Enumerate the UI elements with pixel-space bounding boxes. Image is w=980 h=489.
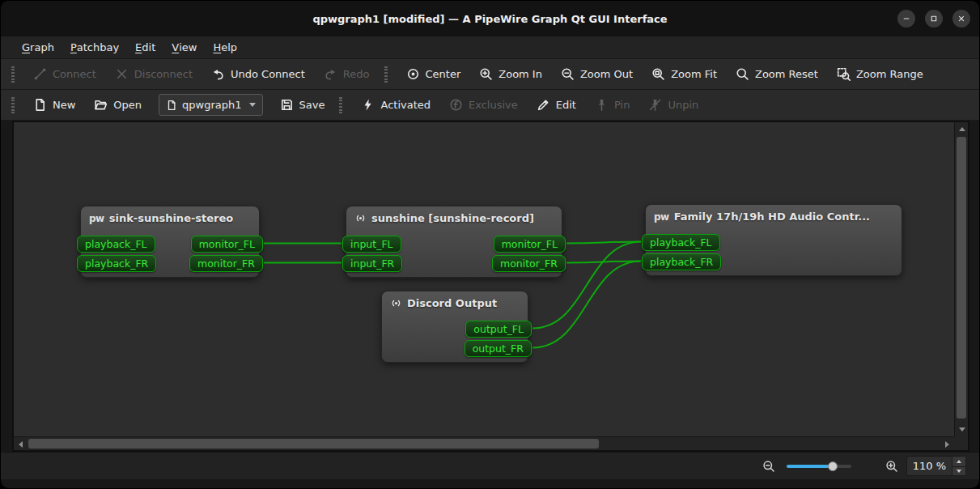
scroll-right-button[interactable] (940, 437, 954, 451)
menu-graph[interactable]: Graph (14, 36, 62, 58)
spin-buttons (952, 457, 965, 475)
port-monitor-fl[interactable]: monitor_FL (494, 236, 566, 253)
edit-pencil-icon (537, 98, 550, 112)
center-button[interactable]: Center (398, 63, 469, 86)
zoom-in-icon (479, 67, 493, 81)
port-playback-fr[interactable]: playback_FR (77, 255, 156, 272)
button-label: Undo Connect (231, 68, 305, 80)
pin-button[interactable]: Pin (587, 94, 638, 117)
zoom-fit-icon (651, 67, 665, 81)
connect-icon (33, 67, 47, 81)
button-label: Disconnect (134, 68, 193, 80)
vertical-scrollbar[interactable] (954, 122, 968, 436)
status-bar: 110 % (1, 452, 979, 479)
graph-canvas[interactable]: pwsink-sunshine-stereoplayback_FLplaybac… (14, 122, 954, 436)
undo-icon (211, 67, 225, 81)
disconnect-icon (115, 67, 129, 81)
node-family-17h-19h-hd-audio-contr[interactable]: pwFamily 17h/19h HD Audio Contr...playba… (645, 204, 902, 276)
center-icon (406, 67, 420, 81)
undo-connect-button[interactable]: Undo Connect (203, 63, 313, 86)
minimize-button[interactable] (897, 10, 915, 28)
node-sunshine-sunshine-record[interactable]: sunshine [sunshine-record]input_FLinput_… (346, 206, 562, 278)
port-output-fl[interactable]: output_FL (465, 321, 532, 338)
zoom-in-button[interactable]: Zoom In (471, 63, 550, 86)
save-button[interactable]: Save (272, 94, 333, 117)
horizontal-scroll-thumb[interactable] (28, 439, 599, 449)
pin-icon (595, 98, 609, 112)
node-title: Discord Output (407, 297, 497, 309)
exclusive-icon (449, 98, 463, 112)
edit-button[interactable]: Edit (528, 94, 584, 117)
port-input-fr[interactable]: input_FR (342, 255, 402, 272)
port-monitor-fr[interactable]: monitor_FR (189, 255, 263, 272)
scroll-up-button[interactable] (955, 122, 969, 136)
scrollbar-corner (954, 436, 968, 450)
zoom-spinbox[interactable]: 110 % (906, 456, 966, 476)
port-playback-fr[interactable]: playback_FR (642, 253, 721, 270)
node-title: Family 17h/19h HD Audio Contr... (674, 210, 870, 223)
down-arrow-icon (959, 427, 965, 432)
menu-help[interactable]: Help (205, 36, 245, 58)
toolbar-handle[interactable] (339, 97, 342, 113)
button-label: Zoom Reset (755, 68, 818, 80)
button-label: Save (299, 99, 325, 111)
button-label: Activated (380, 99, 431, 111)
scroll-left-button[interactable] (14, 437, 28, 451)
zoom-decrement-button[interactable] (952, 466, 965, 476)
pipewire-icon: pw (654, 212, 669, 222)
zoom-reset-icon (736, 67, 749, 81)
connect-button[interactable]: Connect (25, 63, 104, 86)
zoom-slider[interactable] (787, 460, 851, 473)
pipewire-icon: pw (89, 214, 104, 223)
close-icon (957, 14, 966, 23)
toolbar-handle[interactable] (384, 66, 388, 83)
zoom-value: 110 % (907, 460, 952, 472)
node-sink-sunshine-stereo[interactable]: pwsink-sunshine-stereoplayback_FLplaybac… (80, 206, 260, 278)
port-playback-fl[interactable]: playback_FL (77, 236, 155, 253)
menu-edit[interactable]: Edit (127, 36, 163, 58)
scroll-down-button[interactable] (955, 423, 969, 436)
status-zoom-in-button[interactable] (885, 460, 898, 473)
port-input-fl[interactable]: input_FL (342, 236, 401, 253)
vertical-scroll-thumb[interactable] (957, 137, 966, 419)
exclusive-button[interactable]: Exclusive (441, 94, 526, 117)
maximize-button[interactable] (925, 10, 943, 28)
unpin-button[interactable]: Unpin (640, 94, 706, 117)
activated-button[interactable]: Activated (353, 94, 439, 117)
node-discord-output[interactable]: Discord Outputoutput_FLoutput_FR (381, 291, 528, 363)
zoom-slider-track[interactable] (787, 465, 851, 468)
button-label: Zoom In (498, 68, 542, 80)
close-button[interactable] (952, 10, 970, 28)
button-label: Open (113, 99, 142, 111)
horizontal-scrollbar[interactable] (14, 436, 954, 450)
app-window: qpwgraph1 [modified] — A PipeWire Graph … (0, 0, 980, 489)
zoom-increment-button[interactable] (952, 457, 965, 466)
patchbay-selector-combo[interactable]: qpwgraph1 (159, 94, 262, 116)
menu-bar: GraphPatchbayEditViewHelp (1, 36, 979, 59)
menu-view[interactable]: View (163, 36, 205, 58)
toolbar-graph: ConnectDisconnectUndo ConnectRedoCenterZ… (1, 59, 979, 90)
menu-patchbay[interactable]: Patchbay (62, 36, 127, 58)
port-monitor-fl[interactable]: monitor_FL (191, 236, 263, 253)
new-button[interactable]: New (25, 94, 83, 117)
port-playback-fl[interactable]: playback_FL (642, 234, 720, 251)
disconnect-button[interactable]: Disconnect (107, 63, 201, 86)
open-button[interactable]: Open (86, 94, 150, 117)
button-label: Zoom Fit (671, 68, 717, 80)
down-arrow-icon (957, 470, 961, 473)
zoom-out-button[interactable]: Zoom Out (553, 63, 641, 86)
zoom-range-button[interactable]: Zoom Range (829, 63, 931, 86)
toolbar-handle[interactable] (11, 97, 15, 113)
window-controls (897, 10, 970, 28)
redo-button[interactable]: Redo (316, 63, 378, 86)
title-bar[interactable]: qpwgraph1 [modified] — A PipeWire Graph … (1, 1, 979, 36)
zoom-range-icon (837, 67, 851, 81)
port-output-fr[interactable]: output_FR (465, 340, 532, 357)
node-header: pwsink-sunshine-stereo (81, 206, 259, 224)
zoom-reset-button[interactable]: Zoom Reset (728, 63, 826, 86)
port-monitor-fr[interactable]: monitor_FR (492, 255, 566, 272)
zoom-fit-button[interactable]: Zoom Fit (643, 63, 725, 86)
toolbar-handle[interactable] (11, 66, 15, 83)
zoom-slider-handle[interactable] (828, 461, 838, 471)
status-zoom-out-button[interactable] (762, 460, 775, 473)
